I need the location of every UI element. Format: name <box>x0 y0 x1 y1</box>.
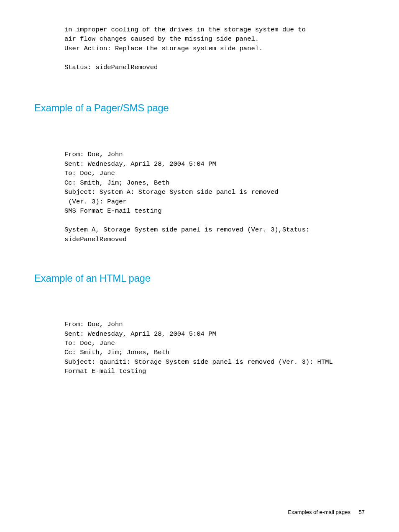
footer-page-number: 57 <box>359 509 365 515</box>
pager-cc: Cc: Smith, Jim; Jones, Beth <box>64 179 169 187</box>
intro-line: User Action: Replace the storage system … <box>64 45 263 52</box>
html-subject: Subject: qaunit1: Storage System side pa… <box>64 358 333 366</box>
html-sent: Sent: Wednesday, April 28, 2004 5:04 PM <box>64 330 216 338</box>
pager-body: System A, Storage System side panel is r… <box>64 226 309 234</box>
pager-body: sidePanelRemoved <box>64 236 127 243</box>
pager-sent: Sent: Wednesday, April 28, 2004 5:04 PM <box>64 160 216 168</box>
footer-label: Examples of e-mail pages <box>288 509 350 515</box>
pager-to: To: Doe, Jane <box>64 170 115 177</box>
html-format: Format E-mail testing <box>64 368 146 375</box>
pager-format: SMS Format E-mail testing <box>64 207 162 215</box>
intro-line: Status: sidePanelRemoved <box>64 64 158 71</box>
heading-pager-sms: Example of a Pager/SMS page <box>34 102 365 114</box>
pager-subject-cont: (Ver. 3): Pager <box>64 198 127 206</box>
intro-line: in improper cooling of the drives in the… <box>64 26 306 33</box>
html-from: From: Doe, John <box>64 321 123 328</box>
intro-block: in improper cooling of the drives in the… <box>64 25 365 72</box>
pager-block: From: Doe, John Sent: Wednesday, April 2… <box>64 150 365 244</box>
heading-html: Example of an HTML page <box>34 272 365 284</box>
html-cc: Cc: Smith, Jim; Jones, Beth <box>64 349 169 356</box>
intro-line: air flow changes caused by the missing s… <box>64 35 259 43</box>
html-to: To: Doe, Jane <box>64 339 115 347</box>
page-footer: Examples of e-mail pages 57 <box>288 509 365 515</box>
html-block: From: Doe, John Sent: Wednesday, April 2… <box>64 320 365 376</box>
pager-from: From: Doe, John <box>64 151 123 158</box>
pager-subject: Subject: System A: Storage System side p… <box>64 188 279 196</box>
